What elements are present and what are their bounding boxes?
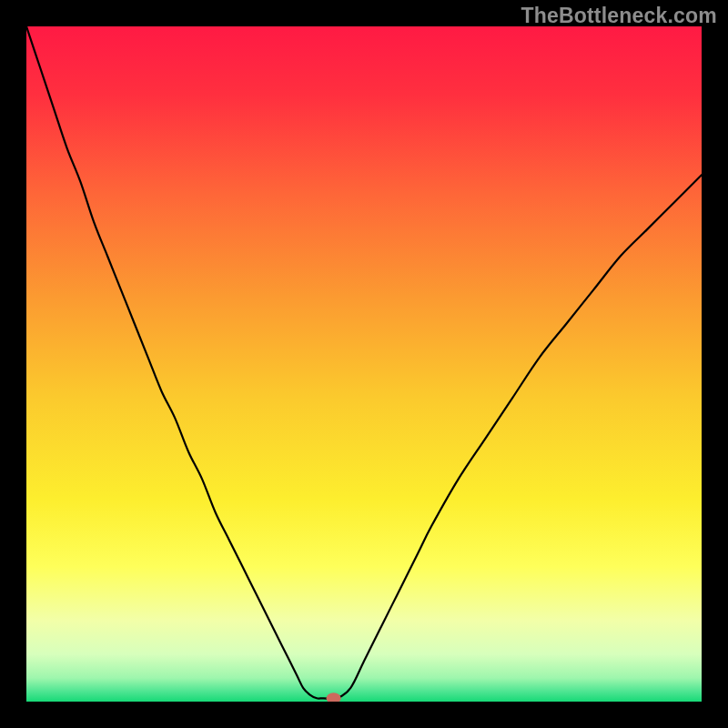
chart-svg bbox=[26, 26, 702, 702]
plot-area bbox=[26, 26, 702, 702]
chart-frame: TheBottleneck.com bbox=[0, 0, 728, 728]
watermark-text: TheBottleneck.com bbox=[521, 4, 717, 28]
gradient-background bbox=[26, 26, 702, 702]
